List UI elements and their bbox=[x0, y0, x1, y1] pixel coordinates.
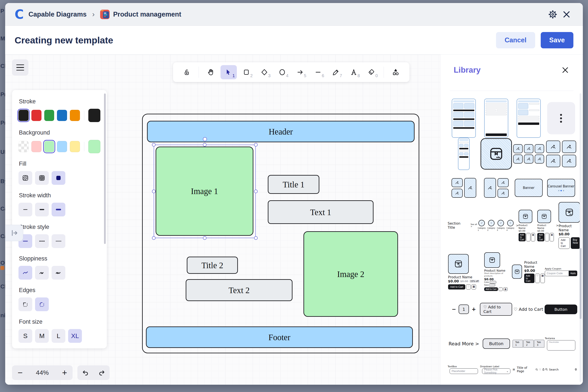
bg-color-yellow[interactable] bbox=[70, 141, 80, 152]
library-item-checkout-form-template[interactable] bbox=[480, 99, 512, 138]
shape-header[interactable]: Header bbox=[147, 121, 414, 142]
cancel-button[interactable]: Cancel bbox=[496, 32, 535, 48]
library-item-button-outline[interactable]: Button bbox=[480, 338, 512, 349]
font-size-xl-option[interactable]: XL bbox=[68, 329, 82, 343]
sloppiness-architect-option[interactable] bbox=[18, 266, 32, 280]
resize-handle-nw[interactable] bbox=[152, 143, 156, 146]
stroke-color-blue[interactable] bbox=[57, 110, 67, 121]
shape-image2[interactable]: Image 2 bbox=[304, 231, 398, 317]
zoom-out-button[interactable]: − bbox=[18, 368, 22, 377]
shape-footer[interactable]: Footer bbox=[146, 326, 413, 348]
bg-color-pink[interactable] bbox=[32, 141, 42, 152]
bg-color-transparent[interactable] bbox=[18, 141, 28, 152]
shape-image1[interactable]: Image 1 bbox=[156, 146, 254, 236]
rectangle-tool[interactable]: 2 bbox=[238, 65, 255, 79]
font-size-m-option[interactable]: M bbox=[35, 329, 49, 343]
rotate-handle[interactable] bbox=[203, 137, 207, 141]
fill-solid-option[interactable] bbox=[52, 171, 65, 185]
undo-icon[interactable] bbox=[81, 368, 90, 377]
library-item-quantity-stepper[interactable]: − 1 + bbox=[448, 304, 480, 314]
library-item-textarea[interactable]: Textarea Placeholder bbox=[545, 337, 577, 350]
library-item-read-more-link[interactable]: Read More > bbox=[448, 341, 480, 346]
bg-current-color[interactable] bbox=[88, 140, 100, 153]
library-item-menu[interactable] bbox=[545, 102, 577, 134]
hand-tool[interactable] bbox=[203, 65, 219, 79]
canvas-workspace[interactable]: 1 2 3 4 5 bbox=[5, 54, 583, 385]
resize-handle-w[interactable] bbox=[152, 190, 156, 193]
library-item-category-page-template[interactable] bbox=[448, 99, 480, 138]
draw-tool[interactable]: 7 bbox=[328, 65, 344, 79]
library-item-dropdown[interactable]: Dropdown Label Please Pick Something⌄ bbox=[480, 365, 512, 374]
library-item-search-bar[interactable]: Search bbox=[545, 368, 577, 371]
library-item-product-card-discount[interactable]: Product Name $0.00 $0.00 15% off Add to … bbox=[448, 254, 480, 290]
selection-tool[interactable]: 1 bbox=[220, 65, 236, 79]
sidebar-expand-toggle[interactable] bbox=[5, 225, 23, 241]
zoom-in-button[interactable]: + bbox=[62, 368, 67, 377]
save-button[interactable]: Save bbox=[541, 32, 574, 48]
library-scrollbar-thumb[interactable] bbox=[580, 248, 582, 319]
font-size-s-option[interactable]: S bbox=[18, 329, 32, 343]
stroke-color-green[interactable] bbox=[44, 110, 54, 121]
resize-handle-n[interactable] bbox=[203, 143, 206, 146]
dropdown-field[interactable]: Please Pick Something⌄ bbox=[482, 368, 510, 374]
fill-hachure-option[interactable] bbox=[18, 171, 32, 185]
breadcrumb-brand[interactable]: Capable Diagrams bbox=[28, 10, 87, 18]
font-size-l-option[interactable]: L bbox=[52, 329, 65, 343]
library-item-textbox[interactable]: TextBox Placeholder bbox=[448, 365, 480, 374]
library-item-long-page-template[interactable] bbox=[448, 138, 480, 170]
line-tool[interactable]: 6 bbox=[310, 65, 326, 79]
stroke-color-black[interactable] bbox=[18, 110, 28, 121]
settings-gear-icon[interactable] bbox=[546, 8, 560, 21]
library-item-product-card-variants[interactable]: Product Name Short description of produc… bbox=[480, 252, 512, 291]
library-item-cart-page-template[interactable] bbox=[512, 99, 545, 138]
library-item-product-image-placeholder[interactable] bbox=[480, 138, 512, 170]
library-item-menu-button[interactable] bbox=[547, 102, 575, 134]
library-item-section-title[interactable]: Section Title See all > bbox=[448, 221, 478, 230]
stroke-width-bold-option[interactable] bbox=[35, 203, 49, 216]
resize-handle-ne[interactable] bbox=[254, 143, 258, 146]
main-menu-button[interactable] bbox=[12, 59, 28, 76]
redo-icon[interactable] bbox=[97, 368, 106, 377]
library-close-icon[interactable] bbox=[558, 63, 572, 77]
text-tool[interactable]: 8 bbox=[346, 65, 362, 79]
stroke-width-thin-option[interactable] bbox=[18, 203, 32, 216]
more-shapes-tool[interactable] bbox=[388, 65, 404, 79]
stroke-style-dotted-option[interactable] bbox=[52, 234, 65, 248]
fill-crosshatch-option[interactable] bbox=[35, 171, 49, 185]
diamond-tool[interactable]: 3 bbox=[256, 65, 272, 79]
bg-color-blue[interactable] bbox=[57, 141, 67, 152]
textbox-field[interactable]: Placeholder bbox=[450, 368, 478, 374]
library-item-tabs[interactable]: Tab 1 Tab 2 Tab 3 bbox=[512, 340, 545, 348]
sloppiness-cartoonist-option[interactable] bbox=[52, 266, 65, 280]
coupon-input[interactable]: Coupon Code bbox=[545, 270, 569, 276]
ellipse-tool[interactable]: 4 bbox=[274, 65, 290, 79]
zoom-level[interactable]: 44% bbox=[36, 369, 49, 376]
stroke-color-orange[interactable] bbox=[70, 110, 80, 121]
library-item-add-to-cart-text[interactable]: ♡ Add to Cart bbox=[512, 307, 544, 312]
sloppiness-artist-option[interactable] bbox=[35, 266, 49, 280]
resize-handle-sw[interactable] bbox=[152, 236, 156, 240]
shape-text2[interactable]: Text 2 bbox=[186, 279, 292, 301]
library-item-product-card-large[interactable]: Product Name $0.00 Add to Cart Buy Now bbox=[558, 202, 580, 249]
library-item-page-title-bar[interactable]: ≡ Title of Page ♡ bbox=[512, 366, 545, 373]
library-item-image-grid-2x2[interactable] bbox=[545, 140, 577, 167]
resize-handle-s[interactable] bbox=[203, 236, 206, 240]
stroke-width-extrabold-option[interactable] bbox=[52, 203, 65, 216]
library-item-button-dark[interactable]: Button bbox=[544, 304, 577, 314]
edges-sharp-option[interactable] bbox=[18, 298, 32, 311]
library-item-apply-coupon[interactable]: Apply Coupon Coupon Code Apply bbox=[545, 267, 577, 276]
close-icon[interactable] bbox=[560, 8, 574, 21]
library-item-gallery-layout-2[interactable] bbox=[480, 178, 512, 198]
library-item-gallery-layout-1[interactable] bbox=[448, 178, 480, 198]
breadcrumb-document[interactable]: Product management bbox=[113, 10, 181, 18]
textarea-field[interactable]: Placeholder bbox=[547, 340, 575, 350]
eraser-tool[interactable]: 0 bbox=[364, 65, 380, 79]
stroke-style-dashed-option[interactable] bbox=[35, 234, 49, 248]
library-item-carousel-banner[interactable]: Carousel Banner bbox=[545, 179, 577, 197]
library-item-image-grid-2x3[interactable] bbox=[512, 144, 545, 164]
resize-handle-e[interactable] bbox=[254, 190, 258, 193]
arrow-tool[interactable]: 5 bbox=[292, 65, 308, 79]
library-item-banner[interactable]: Banner bbox=[512, 179, 545, 197]
shape-title2[interactable]: Title 2 bbox=[187, 256, 238, 274]
stepper-value[interactable]: 1 bbox=[458, 304, 469, 314]
